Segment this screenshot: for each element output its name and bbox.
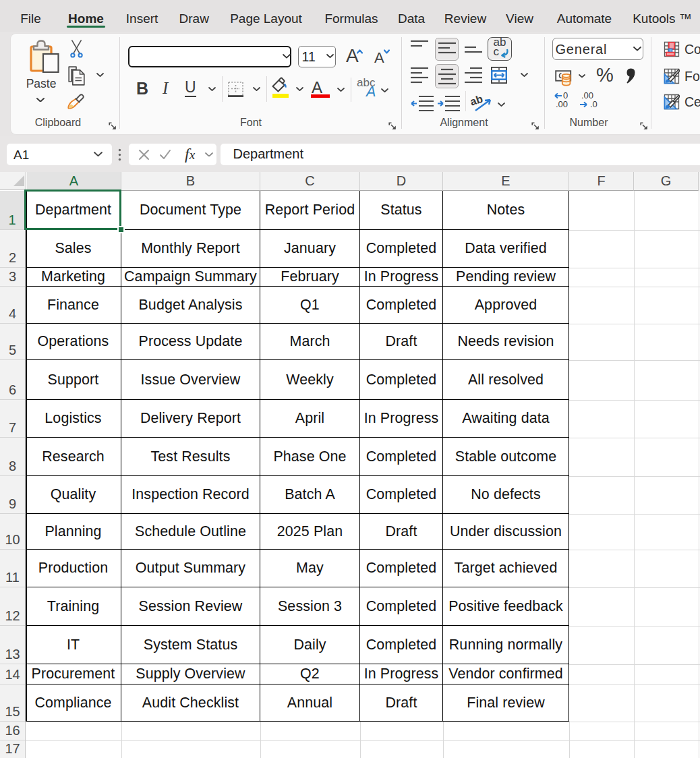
svg-text:.0: .0 xyxy=(590,99,597,109)
svg-text:.00: .00 xyxy=(556,99,568,109)
